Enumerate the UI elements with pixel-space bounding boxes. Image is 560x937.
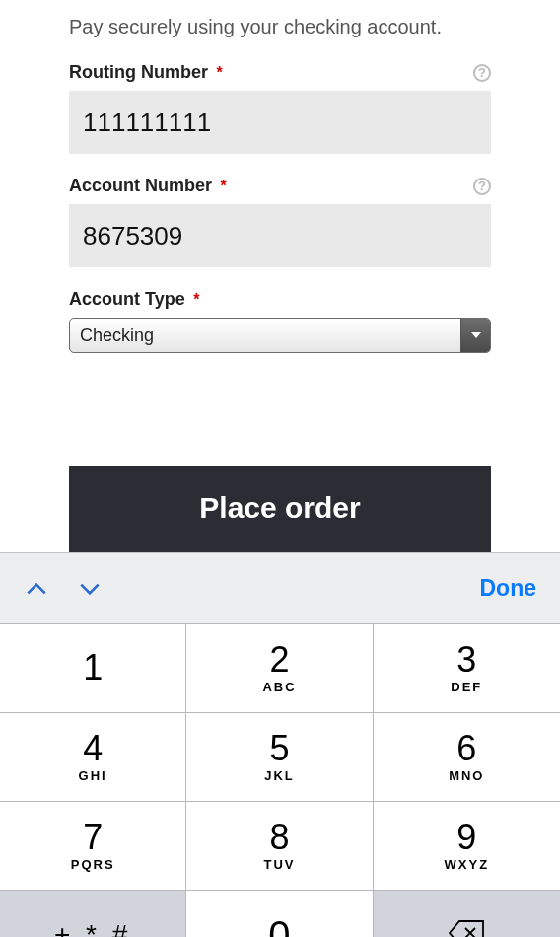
key-6[interactable]: 6 MNO [374, 713, 560, 802]
select-value: Checking [80, 325, 154, 346]
form-area: Pay securely using your checking account… [0, 0, 560, 375]
key-digit: 7 [83, 820, 103, 855]
key-digit: 8 [269, 820, 289, 855]
key-letters: WXYZ [445, 857, 490, 872]
routing-label: Routing Number [69, 62, 208, 82]
routing-label-wrap: Routing Number * [69, 62, 223, 83]
key-1[interactable]: 1 [0, 624, 186, 713]
key-symbols[interactable]: + * # [0, 891, 186, 937]
place-order-button[interactable]: Place order [69, 466, 491, 552]
chevron-down-icon [460, 319, 490, 352]
routing-field: Routing Number * ? [69, 62, 491, 154]
account-label: Account Number [69, 176, 212, 195]
backspace-icon [448, 919, 485, 938]
key-5[interactable]: 5 JKL [186, 713, 373, 802]
help-icon[interactable]: ? [473, 178, 491, 195]
key-digit: 6 [456, 731, 476, 766]
label-row: Account Number * ? [69, 176, 491, 196]
type-label: Account Type [69, 289, 185, 309]
key-letters: TUV [263, 857, 295, 872]
key-symbols-label: + * # [54, 919, 131, 938]
required-marker: * [216, 64, 222, 81]
key-2[interactable]: 2 ABC [186, 624, 373, 713]
key-0[interactable]: 0 [186, 891, 373, 937]
help-icon[interactable]: ? [473, 64, 491, 82]
intro-text: Pay securely using your checking account… [69, 16, 491, 38]
place-order-label: Place order [199, 491, 360, 524]
keyboard-done-button[interactable]: Done [480, 575, 537, 602]
key-3[interactable]: 3 DEF [374, 624, 560, 713]
key-letters: MNO [449, 768, 484, 783]
key-letters: GHI [79, 768, 107, 783]
key-digit: 9 [456, 820, 476, 855]
label-row: Account Type * [69, 289, 491, 310]
key-digit: 2 [269, 642, 289, 678]
type-label-wrap: Account Type * [69, 289, 199, 310]
key-letters: JKL [264, 768, 295, 783]
page: Pay securely using your checking account… [0, 0, 560, 937]
key-digit: 4 [83, 731, 103, 766]
key-7[interactable]: 7 PQRS [0, 802, 186, 891]
required-marker: * [220, 178, 226, 194]
key-8[interactable]: 8 TUV [186, 802, 373, 891]
key-digit: 0 [268, 915, 290, 938]
key-digit: 3 [456, 642, 476, 678]
key-digit: 5 [269, 731, 289, 766]
key-letters: DEF [451, 680, 482, 694]
chevron-down-icon[interactable] [77, 576, 103, 602]
key-9[interactable]: 9 WXYZ [374, 802, 560, 891]
key-digit: 1 [83, 650, 103, 685]
account-field: Account Number * ? [69, 176, 491, 267]
keyboard-accessory-bar: Done [0, 552, 560, 623]
required-marker: * [193, 291, 199, 308]
keyboard: Done 1 2 ABC 3 DEF 4 GHI 5 JKL [0, 552, 560, 937]
chevron-up-icon[interactable] [24, 576, 49, 602]
label-row: Routing Number * ? [69, 62, 491, 83]
account-label-wrap: Account Number * [69, 176, 227, 196]
account-type-field: Account Type * Checking [69, 289, 491, 353]
account-type-select[interactable]: Checking [69, 318, 491, 353]
key-letters: PQRS [71, 857, 115, 872]
key-letters: ABC [262, 680, 296, 694]
key-backspace[interactable] [374, 891, 560, 937]
routing-input[interactable] [69, 91, 491, 154]
keyboard-nav [24, 576, 103, 602]
account-input[interactable] [69, 204, 491, 267]
keypad: 1 2 ABC 3 DEF 4 GHI 5 JKL 6 MNO [0, 623, 560, 937]
key-4[interactable]: 4 GHI [0, 713, 186, 802]
